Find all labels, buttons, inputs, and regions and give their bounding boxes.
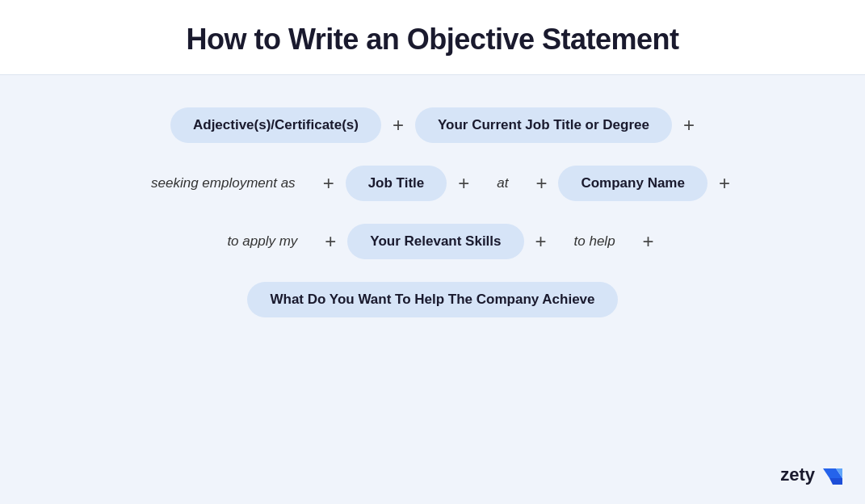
formula-row-1: Adjective(s)/Certificate(s) + Your Curre… <box>170 107 695 143</box>
svg-marker-1 <box>829 478 842 485</box>
text-at: at <box>481 166 524 201</box>
plus-icon-8: + <box>535 230 547 253</box>
plus-icon-6: + <box>719 172 730 195</box>
page-title: How to Write an Objective Statement <box>16 23 849 57</box>
plus-icon-3: + <box>323 172 334 195</box>
formula-row-4: What Do You Want To Help The Company Ach… <box>247 282 617 317</box>
formula-row-2: seeking employment as + Job Title + at +… <box>135 166 730 201</box>
plus-icon-5: + <box>535 172 547 195</box>
pill-achieve: What Do You Want To Help The Company Ach… <box>247 282 617 317</box>
plus-icon-1: + <box>393 114 404 136</box>
pill-company-name: Company Name <box>558 166 707 201</box>
text-to-help: to help <box>558 224 632 259</box>
main-content: Adjective(s)/Certificate(s) + Your Curre… <box>0 75 865 334</box>
plus-icon-9: + <box>643 230 654 253</box>
text-to-apply: to apply my <box>211 224 313 259</box>
plus-icon-4: + <box>458 172 469 195</box>
formula-row-3: to apply my + Your Relevant Skills + to … <box>211 224 653 259</box>
pill-relevant-skills: Your Relevant Skills <box>347 224 523 259</box>
pill-adjectives: Adjective(s)/Certificate(s) <box>170 107 381 143</box>
logo-area: zety <box>780 462 846 488</box>
plus-icon-2: + <box>683 114 695 136</box>
plus-icon-7: + <box>325 230 336 253</box>
text-seeking: seeking employment as <box>135 166 312 201</box>
logo-icon <box>820 462 846 488</box>
header: How to Write an Objective Statement <box>0 0 865 75</box>
logo-text: zety <box>780 464 815 485</box>
pill-job-title-degree: Your Current Job Title or Degree <box>415 107 672 143</box>
pill-job-title: Job Title <box>346 166 447 201</box>
